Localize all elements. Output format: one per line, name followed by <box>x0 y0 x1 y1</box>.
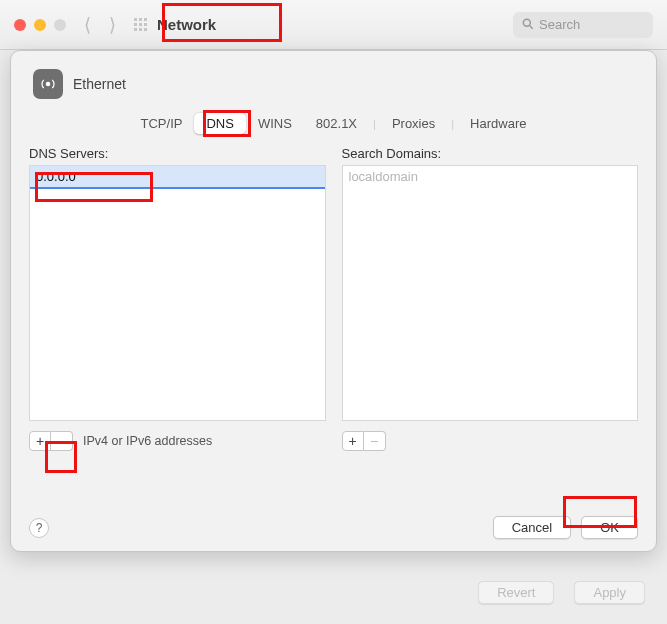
titlebar: ⟨ ⟩ Network Search <box>0 0 667 50</box>
search-domains-label: Search Domains: <box>342 146 639 161</box>
svg-point-2 <box>46 82 51 87</box>
ethernet-icon <box>33 69 63 99</box>
svg-point-0 <box>523 19 530 26</box>
tab-separator: | <box>447 118 458 130</box>
dns-remove-button[interactable]: − <box>51 431 73 451</box>
tab-wins[interactable]: WINS <box>246 113 304 134</box>
dns-servers-label: DNS Servers: <box>29 146 326 161</box>
revert-button: Revert <box>478 581 554 604</box>
dns-add-button[interactable]: + <box>29 431 51 451</box>
title-center: Network <box>134 16 216 33</box>
show-all-icon[interactable] <box>134 18 147 31</box>
sheet-header: Ethernet <box>29 69 638 99</box>
help-button[interactable]: ? <box>29 518 49 538</box>
domains-list-controls: + − <box>342 431 639 451</box>
search-icon <box>521 17 535 34</box>
domains-add-remove-group: + − <box>342 431 386 451</box>
dns-list-controls: + − IPv4 or IPv6 addresses <box>29 431 326 451</box>
dns-server-row-editing[interactable] <box>30 166 325 189</box>
sheet-footer: ? Cancel OK <box>29 516 638 539</box>
search-domains-column: Search Domains: localdomain + − <box>342 146 639 451</box>
apply-button: Apply <box>574 581 645 604</box>
tab-tcpip[interactable]: TCP/IP <box>129 113 195 134</box>
search-placeholder: Search <box>539 17 580 32</box>
tab-8021x[interactable]: 802.1X <box>304 113 369 134</box>
minimize-window-button[interactable] <box>34 19 46 31</box>
zoom-window-button <box>54 19 66 31</box>
dns-servers-column: DNS Servers: + − IPv4 or IPv6 addresses <box>29 146 326 451</box>
window-footer: Revert Apply <box>468 581 645 604</box>
domains-add-button[interactable]: + <box>342 431 364 451</box>
tab-hardware[interactable]: Hardware <box>458 113 538 134</box>
columns: DNS Servers: + − IPv4 or IPv6 addresses … <box>29 146 638 451</box>
window-title: Network <box>157 16 216 33</box>
ok-button[interactable]: OK <box>581 516 638 539</box>
tab-separator: | <box>369 118 380 130</box>
back-button[interactable]: ⟨ <box>80 14 95 36</box>
dns-server-input[interactable] <box>36 169 319 184</box>
domains-remove-button: − <box>364 431 386 451</box>
search-field[interactable]: Search <box>513 12 653 38</box>
search-domains-list[interactable]: localdomain <box>342 165 639 421</box>
tab-bar: TCP/IP DNS WINS 802.1X | Proxies | Hardw… <box>29 113 638 134</box>
tab-proxies[interactable]: Proxies <box>380 113 447 134</box>
tab-dns[interactable]: DNS <box>194 113 245 134</box>
forward-button: ⟩ <box>105 14 120 36</box>
dns-sheet: Ethernet TCP/IP DNS WINS 802.1X | Proxie… <box>10 50 657 552</box>
svg-line-1 <box>530 25 533 28</box>
dns-hint: IPv4 or IPv6 addresses <box>83 434 212 448</box>
dns-add-remove-group: + − <box>29 431 73 451</box>
close-window-button[interactable] <box>14 19 26 31</box>
preferences-window: ⟨ ⟩ Network Search Ethernet TCP/IP DNS W… <box>0 0 667 624</box>
cancel-button[interactable]: Cancel <box>493 516 571 539</box>
interface-name: Ethernet <box>73 76 126 92</box>
dns-servers-list[interactable] <box>29 165 326 421</box>
search-domain-row[interactable]: localdomain <box>343 166 638 187</box>
window-controls <box>14 19 66 31</box>
nav-arrows: ⟨ ⟩ <box>80 14 120 36</box>
